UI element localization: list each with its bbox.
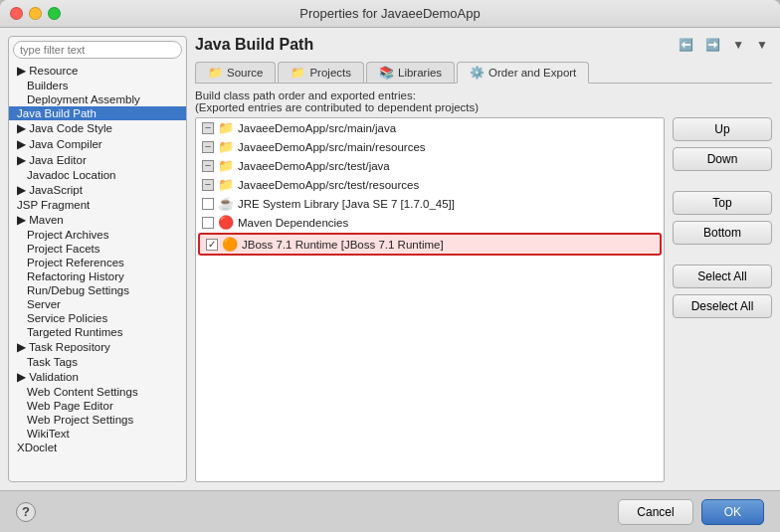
sidebar-item-javascript[interactable]: ▶ JavaScript — [9, 182, 186, 198]
section-title: Java Build Path — [195, 36, 313, 54]
cancel-button[interactable]: Cancel — [618, 499, 692, 525]
sidebar-item-label-project-references: Project References — [27, 257, 124, 268]
build-path-item-item5[interactable]: ☕JRE System Library [Java SE 7 [1.7.0_45… — [196, 194, 664, 213]
sidebar-item-server[interactable]: Server — [9, 297, 186, 311]
checkbox-item6[interactable] — [202, 217, 214, 229]
nav-menu-button[interactable]: ▼ — [752, 36, 772, 54]
minus-indicator-item4: − — [202, 179, 214, 191]
checkbox-item7[interactable] — [206, 239, 218, 251]
sidebar-item-web-project-settings[interactable]: Web Project Settings — [9, 413, 186, 427]
filter-input[interactable] — [13, 41, 182, 59]
sidebar-item-label-run-debug-settings: Run/Debug Settings — [27, 284, 129, 296]
up-button[interactable]: Up — [673, 117, 772, 141]
tab-icon-libraries: 📚 — [379, 66, 394, 80]
sidebar-item-label-deployment-assembly: Deployment Assembly — [27, 93, 140, 105]
help-button[interactable]: ? — [16, 502, 36, 522]
bottom-button[interactable]: Bottom — [673, 221, 772, 245]
bottom-bar: ? Cancel OK — [0, 490, 780, 532]
sidebar-item-label-project-archives: Project Archives — [27, 229, 108, 241]
tab-source[interactable]: 📁Source — [195, 62, 276, 83]
sidebar: ▶ ResourceBuildersDeployment AssemblyJav… — [8, 36, 187, 482]
sidebar-item-targeted-runtimes[interactable]: Targeted Runtimes — [9, 325, 186, 339]
sidebar-item-jsp-fragment[interactable]: JSP Fragment — [9, 198, 186, 212]
sidebar-item-javadoc-location[interactable]: Javadoc Location — [9, 168, 186, 182]
sidebar-item-label-maven: ▶ Maven — [17, 213, 64, 227]
nav-back-button[interactable]: ⬅️ — [675, 36, 697, 54]
maximize-button[interactable] — [48, 7, 61, 20]
build-path-item-item2[interactable]: −📁JavaeeDemoApp/src/main/resources — [196, 137, 664, 156]
item-icon-item6: 🔴 — [218, 215, 234, 230]
sidebar-item-java-code-style[interactable]: ▶ Java Code Style — [9, 120, 186, 136]
item-label-item6: Maven Dependencies — [238, 217, 348, 229]
down-button[interactable]: Down — [673, 147, 772, 171]
tab-label-projects: Projects — [309, 67, 351, 79]
item-icon-item3: 📁 — [218, 158, 234, 173]
desc-line1: Build class path order and exported entr… — [195, 89, 416, 101]
sidebar-item-label-web-project-settings: Web Project Settings — [27, 414, 133, 426]
top-button[interactable]: Top — [673, 191, 772, 215]
minimize-button[interactable] — [29, 7, 42, 20]
sidebar-item-task-tags[interactable]: Task Tags — [9, 355, 186, 369]
header-icons: ⬅️ ➡️ ▼ ▼ — [675, 36, 772, 54]
deselect-all-button[interactable]: Deselect All — [673, 294, 772, 318]
content-area: −📁JavaeeDemoApp/src/main/java−📁JavaeeDem… — [195, 117, 772, 482]
sidebar-item-project-facets[interactable]: Project Facets — [9, 242, 186, 256]
sidebar-item-web-content-settings[interactable]: Web Content Settings — [9, 385, 186, 399]
sidebar-item-java-compiler[interactable]: ▶ Java Compiler — [9, 136, 186, 152]
sidebar-item-run-debug-settings[interactable]: Run/Debug Settings — [9, 283, 186, 297]
sidebar-item-label-web-page-editor: Web Page Editor — [27, 400, 113, 412]
main-window: Properties for JavaeeDemoApp ▶ ResourceB… — [0, 0, 780, 532]
minus-indicator-item1: − — [202, 122, 214, 134]
sidebar-item-maven[interactable]: ▶ Maven — [9, 212, 186, 228]
sidebar-item-label-java-code-style: ▶ Java Code Style — [17, 121, 112, 135]
sidebar-item-java-build-path[interactable]: Java Build Path — [9, 106, 186, 120]
build-path-description: Build class path order and exported entr… — [195, 89, 772, 113]
sidebar-item-xdoclet[interactable]: XDoclet — [9, 441, 186, 454]
dialog-buttons: Cancel OK — [618, 499, 764, 525]
sidebar-item-label-targeted-runtimes: Targeted Runtimes — [27, 326, 123, 338]
checkbox-item5[interactable] — [202, 198, 214, 210]
tab-order-export[interactable]: ⚙️Order and Export — [457, 62, 589, 84]
sidebar-item-label-java-editor: ▶ Java Editor — [17, 153, 87, 167]
build-path-item-item4[interactable]: −📁JavaeeDemoApp/src/test/resources — [196, 175, 664, 194]
close-button[interactable] — [10, 7, 23, 20]
sidebar-item-resource[interactable]: ▶ Resource — [9, 63, 186, 79]
window-body: ▶ ResourceBuildersDeployment AssemblyJav… — [0, 28, 780, 490]
sidebar-item-web-page-editor[interactable]: Web Page Editor — [9, 399, 186, 413]
sidebar-item-service-policies[interactable]: Service Policies — [9, 311, 186, 325]
item-label-item3: JavaeeDemoApp/src/test/java — [238, 160, 390, 172]
build-path-item-item6[interactable]: 🔴Maven Dependencies — [196, 213, 664, 232]
item-icon-item2: 📁 — [218, 139, 234, 154]
sidebar-item-validation[interactable]: ▶ Validation — [9, 369, 186, 385]
sidebar-item-label-java-compiler: ▶ Java Compiler — [17, 137, 102, 151]
item-label-item1: JavaeeDemoApp/src/main/java — [238, 122, 396, 134]
sidebar-item-builders[interactable]: Builders — [9, 79, 186, 92]
sidebar-item-refactoring-history[interactable]: Refactoring History — [9, 269, 186, 283]
sidebar-item-label-project-facets: Project Facets — [27, 243, 100, 255]
sidebar-item-label-javadoc-location: Javadoc Location — [27, 169, 116, 181]
sidebar-item-label-xdoclet: XDoclet — [17, 442, 57, 453]
sidebar-item-label-validation: ▶ Validation — [17, 370, 79, 384]
build-path-item-item1[interactable]: −📁JavaeeDemoApp/src/main/java — [196, 118, 664, 137]
right-button-panel: Up Down Top Bottom Select All Deselect A… — [673, 117, 772, 482]
sidebar-item-task-repository[interactable]: ▶ Task Repository — [9, 339, 186, 355]
tab-libraries[interactable]: 📚Libraries — [366, 62, 455, 83]
sidebar-item-wikitext[interactable]: WikiText — [9, 427, 186, 441]
tab-projects[interactable]: 📁Projects — [278, 62, 364, 83]
item-label-item5: JRE System Library [Java SE 7 [1.7.0_45]… — [238, 198, 455, 210]
sidebar-item-label-jsp-fragment: JSP Fragment — [17, 199, 90, 211]
window-controls — [10, 7, 61, 20]
build-path-item-item7[interactable]: 🟠JBoss 7.1 Runtime [JBoss 7.1 Runtime] — [198, 233, 662, 256]
ok-button[interactable]: OK — [701, 499, 764, 525]
build-path-list: −📁JavaeeDemoApp/src/main/java−📁JavaeeDem… — [195, 117, 665, 482]
select-all-button[interactable]: Select All — [673, 265, 772, 288]
build-path-item-item3[interactable]: −📁JavaeeDemoApp/src/test/java — [196, 156, 664, 175]
item-label-item7: JBoss 7.1 Runtime [JBoss 7.1 Runtime] — [242, 239, 444, 251]
sidebar-item-project-references[interactable]: Project References — [9, 256, 186, 269]
nav-down-button[interactable]: ▼ — [728, 36, 748, 54]
window-title: Properties for JavaeeDemoApp — [299, 6, 480, 21]
nav-forward-button[interactable]: ➡️ — [701, 36, 724, 54]
sidebar-item-java-editor[interactable]: ▶ Java Editor — [9, 152, 186, 168]
sidebar-item-deployment-assembly[interactable]: Deployment Assembly — [9, 92, 186, 106]
sidebar-item-project-archives[interactable]: Project Archives — [9, 228, 186, 242]
